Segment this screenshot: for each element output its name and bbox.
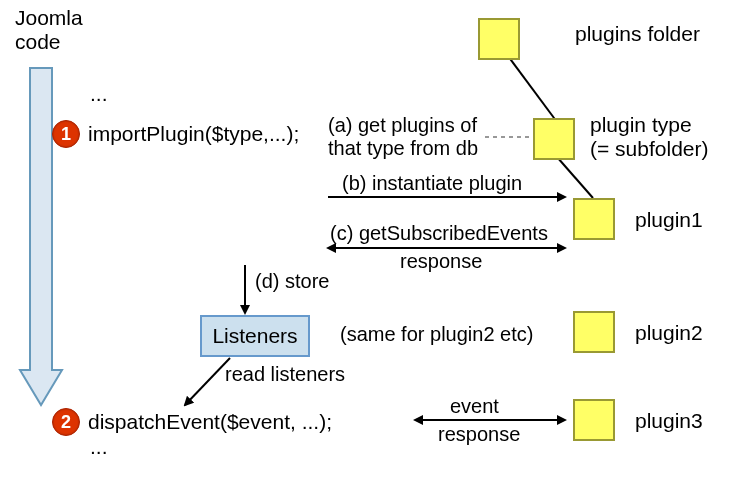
event-response-label: response bbox=[438, 423, 520, 446]
a-label: (a) get plugins of that type from db bbox=[328, 114, 478, 160]
listeners-box-label: Listeners bbox=[212, 324, 297, 348]
c-label: (c) getSubscribedEvents bbox=[330, 222, 548, 245]
plugin1-box bbox=[573, 198, 615, 240]
d-label: (d) store bbox=[255, 270, 329, 293]
same-for-label: (same for plugin2 etc) bbox=[340, 323, 533, 346]
plugins-folder-box bbox=[478, 18, 520, 60]
plugins-folder-label: plugins folder bbox=[575, 22, 700, 46]
svg-line-6 bbox=[185, 358, 230, 405]
listeners-box: Listeners bbox=[200, 315, 310, 357]
step2-code: dispatchEvent($event, ...); bbox=[88, 410, 332, 434]
ellipsis-top: ... bbox=[90, 82, 108, 106]
b-label: (b) instantiate plugin bbox=[342, 172, 522, 195]
c-response: response bbox=[400, 250, 482, 273]
big-down-arrow-icon bbox=[20, 68, 62, 405]
step-marker-2: 2 bbox=[52, 408, 80, 436]
svg-line-0 bbox=[505, 52, 557, 122]
plugin1-label: plugin1 bbox=[635, 208, 703, 232]
event-label: event bbox=[450, 395, 499, 418]
plugin-type-label: plugin type (= subfolder) bbox=[590, 113, 708, 161]
title-text: Joomla code bbox=[15, 6, 83, 54]
plugin3-box bbox=[573, 399, 615, 441]
ellipsis-bottom: ... bbox=[90, 435, 108, 459]
plugin-type-box bbox=[533, 118, 575, 160]
step1-code: importPlugin($type,...); bbox=[88, 122, 299, 146]
plugin2-label: plugin2 bbox=[635, 321, 703, 345]
plugin3-label: plugin3 bbox=[635, 409, 703, 433]
diagram-stage: Joomla code ... 1 importPlugin($type,...… bbox=[0, 0, 743, 501]
step-marker-2-num: 2 bbox=[61, 412, 71, 433]
step-marker-1: 1 bbox=[52, 120, 80, 148]
svg-line-1 bbox=[557, 157, 593, 198]
step-marker-1-num: 1 bbox=[61, 124, 71, 145]
plugin2-box bbox=[573, 311, 615, 353]
read-listeners-label: read listeners bbox=[225, 363, 345, 386]
